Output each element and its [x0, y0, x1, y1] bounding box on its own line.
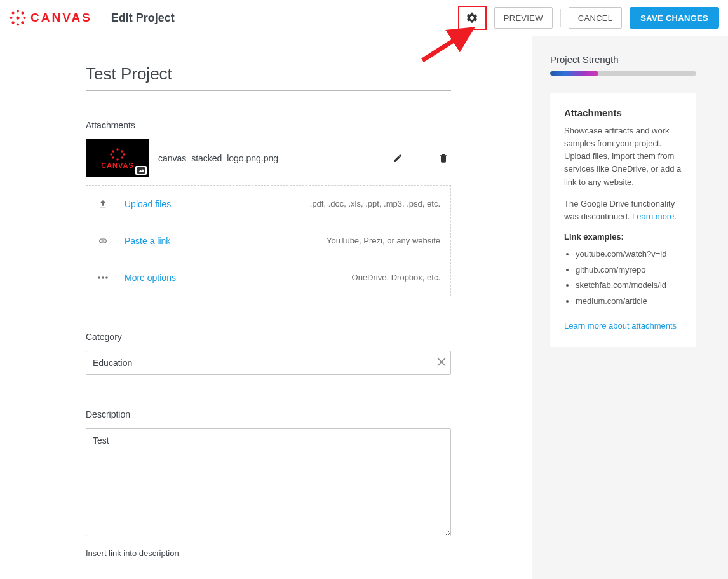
- preview-button[interactable]: PREVIEW: [494, 7, 553, 29]
- upload-box: Upload files .pdf, .doc, .xls, .ppt, .mp…: [86, 185, 451, 296]
- gear-icon: [466, 11, 478, 24]
- svg-point-12: [123, 153, 125, 156]
- save-button[interactable]: SAVE CHANGES: [630, 7, 719, 29]
- link-examples-heading: Link examples:: [564, 232, 682, 242]
- brand: CANVAS: [9, 9, 92, 27]
- separator: [560, 9, 561, 27]
- learn-more-link-inline[interactable]: Learn more.: [632, 212, 677, 221]
- category-input[interactable]: [86, 351, 451, 375]
- svg-point-13: [121, 156, 123, 159]
- strength-fill: [550, 71, 598, 76]
- topbar: CANVAS Edit Project PREVIEW CANCEL SAVE …: [0, 0, 728, 36]
- svg-point-0: [17, 10, 19, 12]
- svg-point-8: [16, 16, 19, 19]
- svg-point-15: [112, 156, 114, 159]
- svg-point-3: [21, 21, 24, 24]
- svg-point-5: [11, 21, 14, 24]
- more-icon: [97, 276, 109, 280]
- category-clear-button[interactable]: [437, 357, 446, 370]
- sidebar-card-body1: Showcase artifacts and work samples from…: [564, 125, 682, 189]
- delete-attachment-button[interactable]: [436, 151, 451, 166]
- svg-point-22: [105, 276, 108, 279]
- strength-bar: [550, 71, 696, 76]
- svg-point-17: [112, 150, 114, 153]
- more-options-row: More options OneDrive, Dropbox, etc.: [97, 259, 440, 296]
- description-heading: Description: [86, 409, 451, 419]
- paste-link-link[interactable]: Paste a link: [125, 236, 170, 246]
- more-options-link[interactable]: More options: [125, 273, 176, 283]
- page-title: Edit Project: [111, 11, 175, 25]
- attachment-filename: canvas_stacked_logo.png.png: [158, 153, 381, 163]
- image-type-icon: [135, 166, 147, 175]
- settings-button[interactable]: [458, 6, 487, 30]
- link-examples-list: youtube.com/watch?v=id github.com/myrepo…: [564, 247, 682, 310]
- strength-heading: Project Strength: [550, 54, 698, 65]
- sidebar-card-body2: The Google Drive functionality was disco…: [564, 198, 682, 223]
- attachment-thumbnail[interactable]: CANVAS: [86, 139, 149, 177]
- sidebar: Project Strength Attachments Showcase ar…: [532, 36, 728, 579]
- paste-link-hint: YouTube, Prezi, or any website: [327, 236, 440, 245]
- insert-link-button[interactable]: Insert link into description: [86, 548, 451, 558]
- link-example: medium.com/article: [576, 294, 682, 310]
- svg-point-20: [98, 276, 100, 279]
- svg-point-2: [23, 17, 25, 19]
- link-icon: [97, 236, 109, 245]
- upload-files-hint: .pdf, .doc, .xls, .ppt, .mp3, .psd, etc.: [310, 199, 440, 208]
- link-example: github.com/myrepo: [576, 262, 682, 278]
- svg-point-7: [11, 11, 14, 14]
- brand-name: CANVAS: [30, 11, 92, 25]
- svg-point-6: [10, 17, 12, 19]
- svg-point-1: [21, 11, 24, 14]
- svg-point-4: [17, 23, 19, 25]
- cancel-button[interactable]: CANCEL: [569, 7, 623, 29]
- link-example: sketchfab.com/models/id: [576, 278, 682, 294]
- upload-files-row: Upload files .pdf, .doc, .xls, .ppt, .mp…: [97, 186, 440, 222]
- learn-more-attachments-link[interactable]: Learn more about attachments: [564, 321, 677, 330]
- paste-link-row: Paste a link YouTube, Prezi, or any webs…: [97, 222, 440, 259]
- close-icon: [437, 358, 446, 367]
- edit-attachment-button[interactable]: [390, 151, 405, 166]
- attachments-heading: Attachments: [86, 120, 451, 130]
- description-textarea[interactable]: [86, 428, 451, 536]
- more-options-hint: OneDrive, Dropbox, etc.: [352, 273, 440, 282]
- logo-icon: [9, 9, 27, 27]
- sidebar-card-title: Attachments: [564, 107, 682, 118]
- svg-point-11: [121, 150, 123, 153]
- topbar-actions: PREVIEW CANCEL SAVE CHANGES: [458, 6, 719, 30]
- project-title-input[interactable]: [86, 62, 451, 91]
- thumb-logo-icon: [105, 147, 130, 161]
- trash-icon: [438, 153, 448, 164]
- upload-files-link[interactable]: Upload files: [125, 199, 171, 209]
- main-column: Attachments CANVAS canvas_stacked_logo.p…: [0, 36, 532, 579]
- pencil-icon: [393, 153, 403, 163]
- category-heading: Category: [86, 332, 451, 342]
- svg-point-10: [116, 148, 119, 151]
- attachment-item: CANVAS canvas_stacked_logo.png.png: [86, 139, 451, 177]
- upload-icon: [97, 199, 109, 209]
- sidebar-card: Attachments Showcase artifacts and work …: [550, 93, 696, 347]
- svg-point-16: [110, 153, 112, 156]
- svg-point-14: [116, 158, 119, 161]
- svg-point-21: [102, 276, 104, 279]
- link-example: youtube.com/watch?v=id: [576, 247, 682, 262]
